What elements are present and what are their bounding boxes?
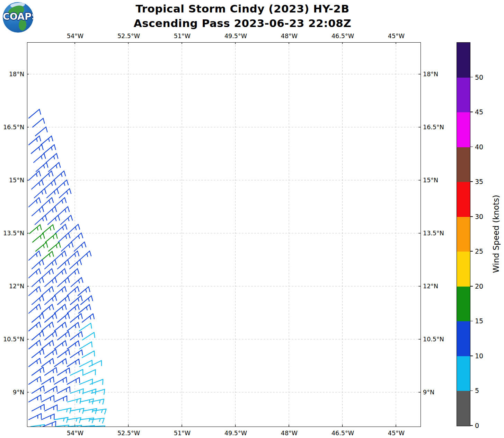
colorbar-tick-label: 5	[475, 387, 479, 394]
wind-barb	[29, 414, 41, 420]
colorbar-tick-mark	[470, 251, 473, 252]
wind-barb	[54, 269, 66, 278]
x-tick-label-top: 49.5°W	[224, 33, 247, 40]
coaps-logo-text: COAPS	[3, 11, 33, 22]
wind-barb	[32, 367, 44, 376]
colorbar-tick-mark	[470, 216, 473, 217]
wind-barb	[70, 389, 83, 394]
wind-barb	[29, 395, 41, 402]
wind-speed-colorbar	[457, 42, 470, 426]
colorbar-tick-label: 50	[475, 73, 483, 81]
colorbar-segment-25-30	[457, 217, 470, 252]
wind-barb	[42, 269, 53, 278]
wind-barb	[46, 154, 58, 163]
wind-barb	[45, 296, 56, 305]
wind-barb	[55, 425, 69, 427]
wind-barb	[56, 180, 68, 190]
wind-barb	[54, 171, 65, 181]
wind-barb	[70, 296, 82, 305]
colorbar-segment-20-25	[457, 252, 470, 287]
y-tick-label-left: 12°N	[0, 283, 24, 290]
wind-barb	[42, 252, 54, 261]
wind-barb	[33, 234, 45, 243]
x-tick-label-bottom: 54°W	[67, 430, 83, 437]
wind-barb	[42, 198, 53, 207]
wind-barb	[70, 350, 83, 358]
wind-barb	[45, 234, 58, 243]
wind-barb	[32, 349, 44, 358]
y-tick-label-right: 9°N	[423, 389, 434, 396]
wind-barb	[67, 378, 80, 384]
x-tick-label-bottom: 45°W	[388, 430, 405, 437]
wind-barb	[29, 198, 41, 207]
colorbar-tick-label: 20	[475, 282, 483, 290]
colorbar-segment-45-50	[457, 78, 470, 113]
wind-barb	[34, 189, 46, 198]
colorbar-tick-mark	[470, 77, 473, 78]
wind-barb	[48, 216, 60, 225]
colorbar-segment-50-55	[457, 43, 470, 78]
wind-barb	[67, 269, 79, 278]
wind-barb	[79, 323, 92, 331]
wind-barb	[35, 216, 47, 225]
y-tick-label-left: 18°N	[0, 71, 24, 78]
map-plot-area	[27, 42, 421, 427]
wind-barb	[42, 322, 54, 331]
colorbar-tick-mark	[470, 356, 473, 356]
wind-barb	[68, 225, 80, 234]
wind-barb	[42, 305, 54, 314]
wind-barb	[29, 322, 41, 331]
wind-barb	[82, 351, 95, 358]
wind-barb	[29, 358, 41, 367]
wind-barb	[33, 119, 45, 128]
wind-barb	[58, 278, 69, 287]
wind-barb	[74, 242, 86, 252]
wind-barb	[67, 323, 79, 331]
wind-barb	[67, 418, 81, 423]
colorbar-tick-label: 30	[475, 213, 483, 220]
wind-barb	[41, 171, 53, 181]
wind-barb	[32, 180, 43, 190]
wind-barb	[92, 409, 106, 414]
wind-barb	[54, 359, 67, 367]
wind-barb-field	[27, 42, 421, 427]
wind-barb	[29, 225, 42, 234]
wind-barb	[58, 350, 70, 358]
colorbar-tick-mark	[470, 112, 473, 112]
wind-barb	[67, 305, 79, 314]
wind-barb	[42, 287, 53, 296]
wind-barb	[41, 136, 53, 145]
wind-barb	[32, 207, 44, 216]
wind-barb	[58, 296, 70, 305]
y-tick-label-right: 10.5°N	[423, 336, 444, 343]
wind-barb	[78, 287, 90, 296]
wind-barb	[54, 251, 66, 261]
y-tick-label-left: 16.5°N	[0, 124, 24, 131]
wind-barb	[42, 396, 54, 402]
x-tick-label-top: 54°W	[67, 33, 83, 40]
wind-barb	[82, 314, 94, 323]
wind-barb	[82, 333, 95, 340]
wind-barb	[29, 304, 41, 313]
colorbar-tick-label: 25	[475, 247, 483, 255]
wind-barb	[59, 189, 71, 198]
colorbar-tick-label: 40	[475, 143, 483, 151]
colorbar-segment-30-35	[457, 182, 470, 217]
x-tick-label-top: 48°W	[281, 33, 298, 40]
y-tick-label-right: 13.5°N	[423, 230, 444, 237]
x-tick-label-bottom: 51°W	[174, 430, 191, 437]
colorbar-tick-label: 0	[475, 422, 479, 429]
wind-barb	[54, 396, 67, 402]
wind-barb	[58, 332, 70, 340]
x-tick-label-top: 46.5°W	[331, 33, 354, 40]
wind-barb	[61, 242, 73, 252]
wind-barb	[45, 349, 57, 358]
wind-barb	[70, 409, 84, 414]
y-tick-label-left: 15°N	[0, 177, 24, 184]
wind-barb	[42, 225, 54, 234]
x-tick-label-top: 51°W	[174, 33, 191, 40]
x-tick-label-bottom: 46.5°W	[331, 430, 354, 437]
wind-barb	[67, 251, 79, 261]
colorbar-tick-label: 10	[475, 352, 483, 360]
colorbar-tick-label: 15	[475, 317, 483, 325]
